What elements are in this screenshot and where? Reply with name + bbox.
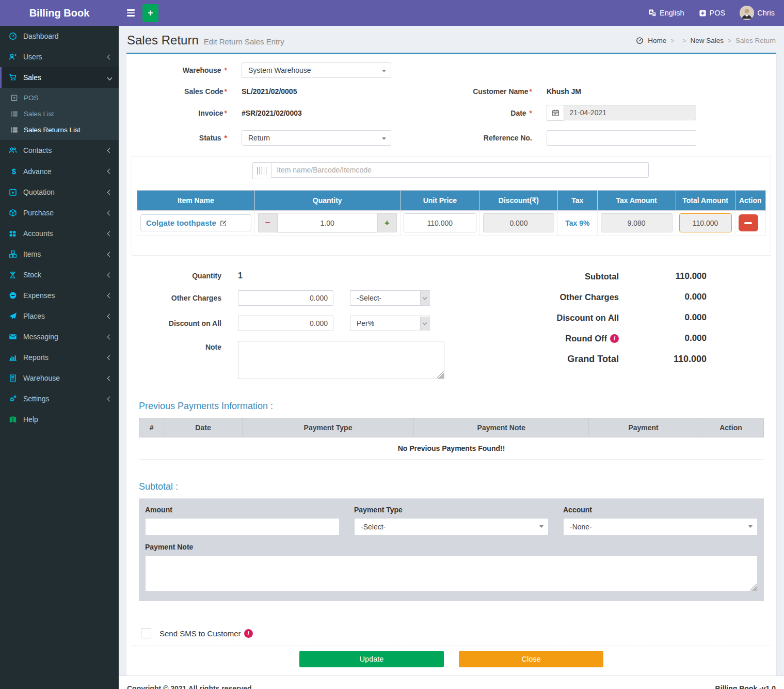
sales-submenu: POS Sales List Sales Ret: [0, 88, 119, 140]
discount-on-all-input[interactable]: [238, 316, 333, 331]
tax-amount-input: [601, 213, 673, 232]
sidebar-item-items[interactable]: Items: [0, 244, 119, 264]
edit-icon[interactable]: [220, 220, 227, 227]
sidebar-item-settings[interactable]: Settings: [0, 388, 119, 409]
grid-icon: [9, 230, 19, 238]
discount-type-select[interactable]: Per%: [350, 316, 430, 331]
chevron-left-icon: [107, 252, 113, 257]
item-name-cell[interactable]: Colgate toothpaste: [140, 214, 251, 231]
charges-section: Quantity 1 Other Charges -Select- Discou…: [132, 271, 430, 379]
send-sms-label: Send SMS to Customer: [159, 629, 241, 638]
sidebar-item-messaging[interactable]: Messaging: [0, 326, 119, 347]
sidebar-item-help[interactable]: Help: [0, 409, 119, 430]
send-sms-checkbox[interactable]: [141, 628, 151, 638]
pos-shortcut[interactable]: POS: [699, 9, 726, 17]
sidebar-item-users[interactable]: Users: [0, 46, 119, 67]
total-amount-input: [679, 213, 732, 232]
sales-code-value: SL/2021/02/0005: [242, 87, 391, 96]
sidebar-item-expenses[interactable]: Expenses: [0, 285, 119, 306]
sidebar-item-pos[interactable]: POS: [0, 90, 119, 106]
user-plus-icon: [9, 53, 19, 61]
reference-no-field[interactable]: [547, 130, 696, 146]
discount-total: 0.000: [619, 312, 707, 323]
item-panel: Item NameQuantity Unit PriceDiscount(₹) …: [132, 156, 771, 256]
other-charges-input[interactable]: [238, 290, 333, 306]
quantity-plus-button[interactable]: +: [377, 213, 397, 232]
items-table-header: Item NameQuantity Unit PriceDiscount(₹) …: [137, 191, 766, 211]
hamburger-icon[interactable]: [119, 0, 142, 26]
tax-link[interactable]: Tax 9%: [565, 219, 589, 227]
sidebar-item-places[interactable]: Places: [0, 306, 119, 326]
chevron-left-icon: [107, 210, 113, 215]
breadcrumb: Home > > New Sales > Sales Return: [636, 37, 776, 44]
chevron-down-icon: [420, 291, 429, 305]
user-menu[interactable]: Chris: [740, 6, 775, 20]
status-select[interactable]: Return: [242, 130, 391, 146]
cube-icon: [9, 209, 19, 217]
sidebar-item-reports[interactable]: Reports: [0, 347, 119, 368]
date-field[interactable]: [564, 105, 696, 120]
sidebar-item-sales-list[interactable]: Sales List: [0, 106, 119, 122]
sidebar-item-sales-returns-list[interactable]: Sales Returns List: [0, 122, 119, 138]
totals-section: Subtotal 110.000 Other Charges 0.000 Dis…: [485, 271, 707, 379]
sidebar-item-quotation[interactable]: Quotation: [0, 182, 119, 202]
empty-row: No Previous Payments Found!!: [139, 437, 764, 460]
hourglass-icon: [9, 271, 19, 279]
minus-circle-icon: [9, 291, 19, 300]
item-name-link[interactable]: Colgate toothpaste: [146, 218, 216, 227]
items-table: Item NameQuantity Unit PriceDiscount(₹) …: [137, 190, 766, 236]
customer-name-value: Khush JM: [547, 87, 696, 96]
language-menu[interactable]: English: [648, 9, 684, 17]
amount-field[interactable]: [145, 518, 340, 536]
list-icon: [10, 110, 19, 118]
add-button[interactable]: +: [142, 4, 158, 22]
no-payments-message: No Previous Payments Found!!: [139, 437, 764, 460]
payment-section-title: Subtotal :: [139, 481, 764, 492]
book-icon: [9, 415, 19, 424]
navbar: + English: [119, 0, 784, 26]
remove-item-button[interactable]: [739, 214, 758, 231]
chevron-left-icon: [107, 334, 113, 339]
sidebar-item-contacts[interactable]: Contacts: [0, 140, 119, 161]
page-subtitle: Edit Return Sales Entry: [204, 37, 284, 46]
info-icon[interactable]: i: [244, 629, 253, 638]
sidebar-item-accounts[interactable]: Accounts: [0, 223, 119, 244]
app-logo[interactable]: Billing Book: [0, 0, 119, 26]
calendar-icon: [547, 105, 564, 121]
language-icon: [648, 9, 657, 17]
page-title: Sales Return: [127, 33, 199, 48]
language-label: English: [660, 9, 684, 17]
quantity-input[interactable]: [278, 213, 377, 232]
chevron-down-icon: [420, 317, 429, 330]
item-search-input[interactable]: [271, 162, 649, 178]
account-select[interactable]: -None-: [563, 518, 758, 536]
update-button[interactable]: Update: [299, 651, 444, 667]
quantity-minus-button[interactable]: −: [258, 213, 278, 232]
barcode-icon: [252, 162, 271, 179]
cubes-icon: [9, 250, 19, 258]
payment-note-textarea[interactable]: [145, 555, 758, 591]
payment-type-select[interactable]: -Select-: [354, 518, 549, 536]
sidebar-item-dashboard[interactable]: Dashboard: [0, 26, 119, 46]
cart-icon: [9, 73, 19, 82]
sidebar-item-warehouse[interactable]: Warehouse: [0, 368, 119, 388]
other-charges-select[interactable]: -Select-: [350, 290, 430, 306]
breadcrumb-home[interactable]: Home: [648, 37, 666, 44]
sidebar-item-stock[interactable]: Stock: [0, 264, 119, 285]
warehouse-select[interactable]: System Warehouse: [242, 62, 391, 78]
note-textarea[interactable]: [238, 341, 444, 379]
chevron-left-icon: [107, 169, 113, 174]
gears-icon: [9, 395, 19, 403]
bar-chart-icon: [9, 353, 19, 362]
sidebar-item-purchase[interactable]: Purchase: [0, 202, 119, 223]
pos-label: POS: [710, 9, 726, 17]
close-button[interactable]: Close: [459, 651, 603, 667]
info-icon[interactable]: i: [610, 334, 619, 343]
sidebar-item-sales[interactable]: Sales: [0, 67, 119, 88]
chevron-left-icon: [107, 375, 113, 381]
breadcrumb-new-sales[interactable]: New Sales: [690, 37, 724, 44]
unit-price-input[interactable]: [404, 213, 476, 232]
sidebar-item-advance[interactable]: $ Advance: [0, 161, 119, 182]
sidebar: Dashboard Users Sales: [0, 26, 119, 689]
footer: Copyright © 2021 All rights reserved. Bi…: [119, 676, 784, 689]
